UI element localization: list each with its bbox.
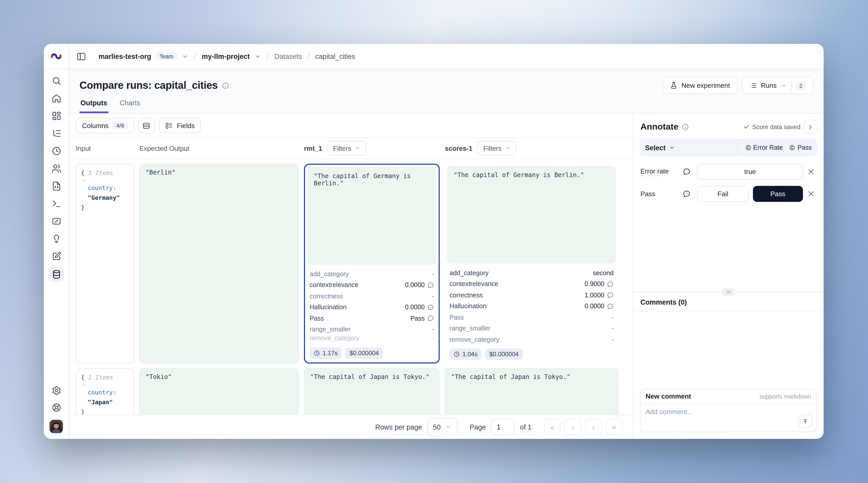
chevron-down-icon: [81, 178, 86, 183]
run2-output-cell[interactable]: "The capital of Germany is Berlin." add_…: [445, 164, 618, 363]
collapse-panel-button[interactable]: [804, 120, 817, 134]
new-comment-title: New comment: [646, 392, 691, 400]
score-select-dropdown[interactable]: Select: [645, 144, 675, 152]
run1-output-text: "The capital of Japan is Tokyo.": [304, 368, 440, 415]
tab-outputs[interactable]: Outputs: [80, 99, 108, 113]
annotate-row-error-rate: Error rate: [633, 160, 824, 183]
json-items-toggle[interactable]: 1 Items: [81, 169, 129, 183]
divider: [737, 143, 738, 152]
breadcrumb-datasets[interactable]: Datasets: [275, 52, 302, 60]
info-icon[interactable]: [222, 82, 229, 89]
run1-output-cell-selected[interactable]: "The capital of Germany is Berlin." add_…: [304, 164, 440, 363]
run2-filters-button[interactable]: Filters: [477, 141, 517, 155]
chip-error-rate[interactable]: Error Rate: [745, 144, 783, 151]
input-cell[interactable]: { 1 Items country: "Japan" }: [76, 368, 134, 415]
input-cell[interactable]: { 1 Items country: "Germany" }: [76, 164, 134, 363]
comment-bubble-icon[interactable]: [427, 315, 434, 322]
chevron-down-icon[interactable]: [254, 53, 261, 60]
column-header-run1[interactable]: rmt_1: [304, 144, 322, 152]
expected-output-cell[interactable]: "Tokio": [140, 368, 299, 415]
toggle-sidebar-icon[interactable]: [76, 51, 86, 61]
home-icon[interactable]: [51, 93, 61, 103]
first-page-button[interactable]: «: [544, 419, 560, 435]
submit-comment-button[interactable]: [798, 415, 812, 428]
app-logo[interactable]: [44, 44, 69, 69]
score-row: range_smaller-: [310, 324, 434, 335]
dashboards-icon[interactable]: [51, 111, 61, 121]
pass-option-button[interactable]: Pass: [753, 186, 803, 202]
search-icon[interactable]: [51, 76, 61, 86]
breadcrumb-project[interactable]: my-llm-project: [202, 52, 250, 60]
page-number-input[interactable]: [491, 419, 515, 435]
row-height-button[interactable]: [138, 118, 155, 133]
clear-score-icon[interactable]: [807, 190, 815, 198]
column-header-expected-output[interactable]: Expected Output: [140, 144, 299, 152]
annotation-queues-icon[interactable]: [51, 251, 61, 261]
comment-bubble-icon[interactable]: [607, 303, 614, 310]
page-label: Page: [470, 423, 486, 431]
categorical-score-icon: [745, 145, 751, 151]
comment-input[interactable]: [641, 404, 816, 432]
content: Columns 4/6 Fields Input Expec: [69, 114, 824, 439]
prev-page-button[interactable]: ‹: [564, 419, 581, 435]
column-header-input[interactable]: Input: [76, 144, 134, 152]
column-header-run2[interactable]: scores-1: [445, 144, 472, 152]
breadcrumb-org[interactable]: marlies-test-org: [99, 52, 151, 60]
columns-button[interactable]: Columns 4/6: [76, 118, 134, 133]
json-key: country:: [88, 389, 116, 396]
json-value: "Japan": [88, 399, 113, 406]
breadcrumb-separator: /: [193, 52, 197, 60]
error-rate-label: Error rate: [641, 167, 669, 176]
support-lifebuoy-icon[interactable]: [51, 403, 61, 413]
tab-charts[interactable]: Charts: [119, 99, 142, 113]
clock-icon: [454, 351, 460, 357]
table-toolbar: Columns 4/6 Fields: [69, 114, 633, 138]
run1-filters-button[interactable]: Filters: [328, 141, 366, 155]
chevron-down-icon[interactable]: [182, 53, 188, 60]
comment-bubble-dots-icon[interactable]: [683, 190, 690, 198]
score-row: contextrelevance0.9000: [450, 278, 614, 290]
sessions-clock-icon[interactable]: [51, 146, 61, 156]
run2-output-cell[interactable]: "The capital of Japan is Tokyo.": [445, 368, 618, 415]
breadcrumb-dataset-name[interactable]: capital_cities: [315, 52, 355, 60]
score-row: correctness1.0000: [450, 290, 614, 301]
comment-bubble-icon[interactable]: [683, 168, 690, 176]
users-icon[interactable]: [51, 164, 61, 174]
next-page-button[interactable]: ›: [585, 419, 602, 435]
run1-output-cell[interactable]: "The capital of Japan is Tokyo.": [304, 368, 440, 415]
expected-output-cell[interactable]: "Berlin": [140, 164, 299, 363]
fail-option-button[interactable]: Fail: [697, 186, 748, 202]
topbar: marlies-test-org Team / my-llm-project /…: [69, 44, 824, 69]
comment-bubble-icon[interactable]: [607, 292, 614, 299]
chip-pass[interactable]: Pass: [789, 144, 812, 151]
runs-button[interactable]: Runs 2: [742, 77, 813, 94]
comment-bubble-icon[interactable]: [427, 282, 434, 289]
json-items-toggle[interactable]: 1 Items: [81, 374, 129, 388]
rows-per-page-select[interactable]: 50: [427, 418, 457, 436]
playground-terminal-icon[interactable]: [51, 199, 61, 209]
clear-score-icon[interactable]: [807, 168, 815, 176]
prompts-file-icon[interactable]: [51, 181, 61, 191]
evals-icon[interactable]: [51, 216, 61, 226]
fields-button[interactable]: Fields: [159, 118, 201, 133]
score-row: Pass-: [450, 312, 614, 323]
sidebar-item-datasets[interactable]: [48, 266, 64, 282]
insights-lightbulb-icon[interactable]: [51, 234, 61, 244]
pagination-bar: Rows per page 50 Page of 1 «: [69, 415, 633, 439]
sidebar: [44, 44, 69, 439]
chevron-down-icon: [354, 145, 361, 151]
comment-bubble-icon[interactable]: [607, 281, 614, 288]
resize-handle[interactable]: [721, 288, 735, 296]
settings-gear-icon[interactable]: [51, 386, 61, 395]
info-icon[interactable]: [681, 123, 689, 130]
comment-bubble-icon[interactable]: [427, 304, 434, 311]
rows-per-page-label: Rows per page: [375, 423, 422, 431]
score-row: remove_category-: [450, 334, 614, 345]
last-page-button[interactable]: »: [606, 419, 622, 435]
run1-scores: add_category- contextrelevance0.0000 cor…: [308, 264, 436, 345]
error-rate-value-input[interactable]: [697, 164, 803, 180]
new-experiment-button[interactable]: New experiment: [662, 77, 737, 94]
page-title: Compare runs: capital_cities: [80, 80, 218, 91]
tracing-icon[interactable]: [51, 128, 61, 139]
user-avatar[interactable]: [50, 420, 63, 433]
